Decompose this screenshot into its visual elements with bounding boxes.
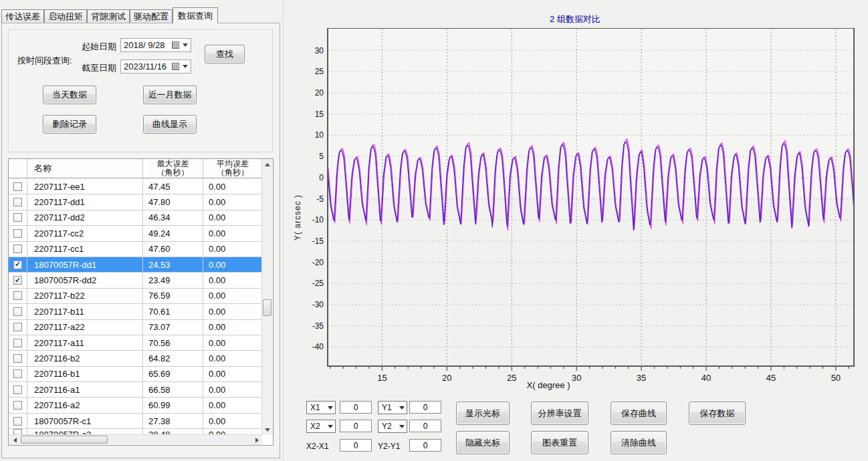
row-checkbox[interactable]: [13, 276, 22, 285]
table-row[interactable]: 2207117-ee1 47.45 0.00: [9, 179, 262, 194]
tab-start-torque[interactable]: 启动扭矩: [44, 9, 87, 23]
row-checkbox[interactable]: [13, 261, 22, 269]
end-date-label: 截至日期: [82, 62, 116, 74]
svg-text:-30: -30: [312, 300, 324, 309]
arrow-right-icon: [255, 438, 259, 443]
table-row[interactable]: 2207117-dd1 47.80 0.00: [9, 194, 262, 210]
row-checkbox[interactable]: [13, 323, 22, 331]
row-avg-error: 0.00: [203, 320, 262, 335]
resolution-settings-button[interactable]: 分辨率设置: [531, 402, 588, 425]
svg-text:-40: -40: [312, 342, 324, 351]
row-avg-error: 0.00: [203, 367, 262, 381]
delete-record-button[interactable]: 删除记录: [43, 115, 96, 134]
table-row[interactable]: 2207117-cc2 49.24 0.00: [9, 226, 262, 241]
row-max-error: 76.59: [143, 289, 203, 303]
horizontal-scrollbar[interactable]: [9, 434, 262, 444]
row-checkbox[interactable]: [13, 198, 22, 206]
save-data-button[interactable]: 保存数据: [689, 402, 746, 425]
calendar-icon: [172, 63, 179, 70]
horizontal-scrollbar-thumb[interactable]: [21, 436, 108, 444]
row-checkbox[interactable]: [13, 213, 22, 222]
table-row[interactable]: 2207117-a11 70.56 0.00: [9, 335, 262, 351]
comparison-chart[interactable]: 302520151050-5-10-15-20-25-30-35-4015202…: [301, 28, 861, 386]
x1-cursor-select[interactable]: X1: [306, 401, 336, 414]
header-max-error[interactable]: 最大误差 （角秒）: [143, 159, 203, 178]
table-row[interactable]: 2207117-b22 76.59 0.00: [9, 289, 262, 304]
row-checkbox[interactable]: [13, 229, 22, 238]
last-month-data-button[interactable]: 近一月数据: [143, 86, 197, 104]
table-row[interactable]: 2207116-b2 64.82 0.00: [9, 351, 262, 366]
row-checkbox[interactable]: [13, 182, 22, 191]
scroll-down-button[interactable]: [262, 424, 273, 435]
start-date-picker[interactable]: 2018/ 9/28: [120, 38, 191, 52]
row-checkbox[interactable]: [13, 386, 22, 394]
vertical-scrollbar[interactable]: [261, 159, 272, 435]
dx-value-input[interactable]: [340, 439, 372, 452]
row-max-error: 24.53: [143, 257, 203, 272]
header-avg-error[interactable]: 平均误差 （角秒）: [203, 159, 262, 178]
x2-cursor-select[interactable]: X2: [306, 420, 336, 433]
row-name: 2207116-a1: [27, 382, 143, 397]
chevron-down-icon[interactable]: [183, 43, 188, 47]
y1-cursor-select[interactable]: Y1: [378, 401, 407, 414]
start-date-label: 起始日期: [82, 41, 116, 53]
svg-text:0: 0: [319, 173, 324, 182]
y1-value-input[interactable]: [409, 401, 441, 414]
search-button[interactable]: 查找: [205, 45, 245, 63]
x1-value-input[interactable]: [340, 401, 372, 414]
x2-value-input[interactable]: [340, 420, 372, 432]
dx-label: X2-X1: [306, 442, 328, 451]
row-checkbox[interactable]: [13, 417, 22, 426]
row-max-error: 27.38: [143, 414, 203, 428]
table-row[interactable]: 2207116-b1 65.69 0.00: [9, 367, 262, 382]
table-body: 2207117-ee1 47.45 0.00 2207117-dd1 47.80…: [9, 179, 262, 436]
clear-curve-button[interactable]: 清除曲线: [611, 431, 667, 454]
row-max-error: 70.56: [143, 335, 203, 350]
scroll-right-button[interactable]: [251, 435, 262, 445]
hide-cursor-button[interactable]: 隐藏光标: [456, 431, 510, 454]
vertical-scrollbar-thumb[interactable]: [263, 299, 272, 316]
table-row[interactable]: 2207117-b11 70.61 0.00: [9, 304, 262, 319]
scroll-up-button[interactable]: [262, 159, 273, 170]
header-name[interactable]: 名称: [27, 159, 143, 178]
row-checkbox[interactable]: [13, 291, 22, 300]
row-max-error: 47.80: [143, 194, 203, 209]
table-row[interactable]: 18070057R-dd2 23.49 0.00: [9, 273, 262, 288]
today-data-button[interactable]: 当天数据: [43, 86, 96, 104]
y2-value-input[interactable]: [409, 420, 441, 432]
table-row[interactable]: 2207117-a22 73.07 0.00: [9, 320, 262, 335]
table-row[interactable]: 2207117-dd2 46.34 0.00: [9, 210, 262, 226]
tab-backlash-test[interactable]: 背隙测试: [87, 9, 130, 23]
table-row[interactable]: 2207116-a2 60.99 0.00: [9, 398, 262, 413]
tab-drive-config[interactable]: 驱动配置: [130, 9, 173, 23]
end-date-picker[interactable]: 2023/11/16: [120, 59, 191, 73]
table-row[interactable]: 2207116-a1 66.58 0.00: [9, 382, 262, 398]
row-avg-error: 0.00: [203, 179, 262, 194]
row-name: 18070057R-dd1: [27, 257, 143, 272]
row-name: 2207116-b1: [27, 367, 143, 381]
chart-reset-button[interactable]: 图表重置: [531, 431, 588, 454]
y2-cursor-select[interactable]: Y2: [378, 420, 407, 433]
x2-label: X2: [310, 422, 320, 431]
row-max-error: 66.58: [143, 382, 203, 397]
row-checkbox[interactable]: [13, 401, 22, 410]
chevron-down-icon[interactable]: [183, 65, 188, 68]
svg-text:30: 30: [315, 46, 324, 55]
table-row[interactable]: 2207117-cc1 47.60 0.00: [9, 242, 262, 257]
show-cursor-button[interactable]: 显示光标: [456, 402, 510, 425]
row-checkbox[interactable]: [13, 307, 22, 316]
scroll-left-button[interactable]: [9, 435, 20, 445]
svg-text:10: 10: [315, 130, 324, 140]
save-curve-button[interactable]: 保存曲线: [611, 402, 667, 425]
tab-data-query[interactable]: 数据查询: [173, 7, 218, 23]
dy-value-input[interactable]: [409, 439, 441, 452]
table-row[interactable]: 18070057R-dd1 24.53 0.00: [9, 257, 262, 273]
row-checkbox[interactable]: [13, 354, 22, 363]
tab-transmission-error[interactable]: 传达误差: [1, 9, 44, 23]
row-name: 2207116-a2: [27, 398, 143, 412]
table-row[interactable]: 18070057R-c1 27.38 0.00: [9, 414, 262, 429]
row-checkbox[interactable]: [13, 339, 22, 347]
row-checkbox[interactable]: [13, 245, 22, 253]
curve-display-button[interactable]: 曲线显示: [143, 115, 197, 134]
row-checkbox[interactable]: [13, 369, 22, 378]
